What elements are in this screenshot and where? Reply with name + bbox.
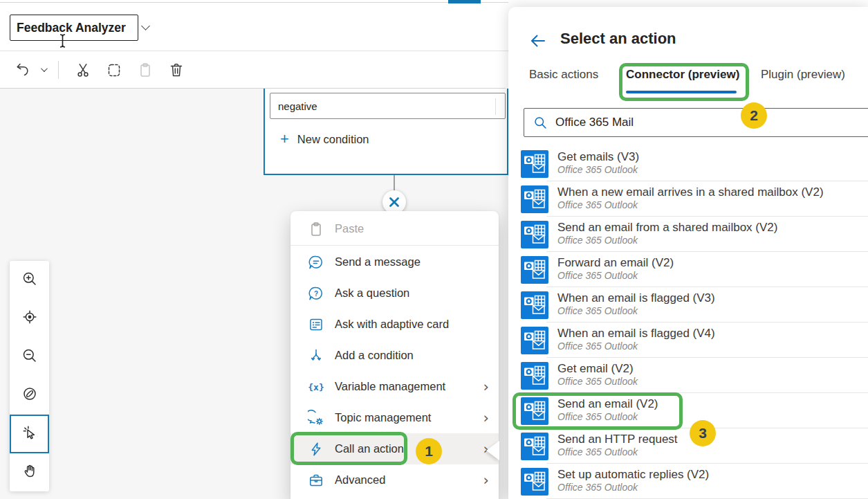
paste-button[interactable] — [133, 58, 157, 82]
tab-basic-actions[interactable]: Basic actions — [529, 68, 598, 93]
chevron-right-icon: › — [483, 379, 489, 395]
chat-message-icon — [308, 254, 324, 271]
menu-item-paste[interactable]: Paste — [290, 213, 499, 244]
delete-button[interactable] — [165, 58, 188, 82]
action-row-send-an-email-from-a-shared-mailbox-v2-[interactable]: Send an email from a shared mailbox (V2)… — [508, 217, 868, 252]
adaptive-card-icon — [308, 316, 324, 333]
chevron-down-icon[interactable] — [141, 21, 150, 30]
action-subtitle: Office 365 Outlook — [557, 235, 777, 247]
menu-item-ask-a-question[interactable]: ?Ask a question — [290, 278, 499, 309]
zoom-in-icon — [21, 271, 38, 290]
action-row-when-a-new-email-arrives-in-a-shared-mailbox-v2-[interactable]: When a new email arrives in a shared mai… — [508, 181, 868, 217]
action-row-forward-an-email-v2-[interactable]: Forward an email (V2)Office 365 Outlook — [508, 252, 868, 287]
menu-item-call-an-action[interactable]: Call an action› — [290, 433, 499, 464]
chat-question-icon: ? — [308, 285, 324, 302]
clipboard-icon — [308, 221, 324, 237]
plus-icon: + — [280, 131, 289, 147]
action-row-set-up-automatic-replies-v2-[interactable]: Set up automatic replies (V2)Office 365 … — [508, 464, 868, 499]
menu-item-variable-management[interactable]: {x}Variable management› — [290, 371, 499, 402]
condition-node[interactable]: is equal to negative + New condition — [264, 89, 508, 175]
pan-hand-icon — [21, 462, 38, 482]
action-title: Set up automatic replies (V2) — [557, 467, 709, 482]
action-title: When an email is flagged (V3) — [557, 291, 715, 305]
remove-node-button[interactable] — [382, 190, 406, 214]
select-action-panel: Select an action Basic actions Connector… — [508, 7, 868, 499]
new-condition-button[interactable]: + New condition — [280, 126, 369, 152]
outlook-connector-icon — [521, 362, 548, 390]
active-tab-underline — [626, 91, 737, 93]
action-title: Send an email from a shared mailbox (V2) — [557, 220, 777, 235]
tool-locate-button[interactable] — [10, 300, 49, 338]
action-subtitle: Office 365 Outlook — [557, 341, 715, 353]
menu-item-label: Ask with adaptive card — [335, 318, 449, 331]
condition-value-input[interactable]: negative — [270, 93, 506, 119]
edit-toolbar — [0, 51, 506, 89]
search-icon — [533, 116, 548, 130]
menu-item-label: Add a condition — [335, 349, 414, 362]
braces-icon: {x} — [308, 379, 324, 395]
menu-item-ask-with-adaptive-card[interactable]: Ask with adaptive card — [290, 309, 499, 340]
tab-plugin-preview[interactable]: Plugin (preview) — [761, 68, 845, 93]
close-icon — [388, 196, 400, 208]
menu-item-label: Topic management — [335, 411, 431, 424]
tool-pan-hand-button[interactable] — [10, 453, 49, 492]
menu-item-send-a-message[interactable]: Send a message — [290, 246, 499, 278]
action-subtitle: Office 365 Outlook — [557, 376, 638, 388]
action-row-when-an-email-is-flagged-v3-[interactable]: When an email is flagged (V3)Office 365 … — [508, 287, 868, 323]
tool-compass-button[interactable] — [10, 376, 49, 415]
back-button[interactable] — [529, 32, 547, 50]
undo-button[interactable] — [11, 58, 35, 82]
cut-button[interactable] — [71, 58, 95, 82]
copilot-studio-canvas-page: Feedback Analyzer is equal to — [0, 0, 868, 499]
tab-label: Plugin (preview) — [761, 68, 845, 82]
bot-name-text: Feedback Analyzer — [17, 21, 126, 35]
menu-item-topic-management[interactable]: Topic management› — [290, 402, 499, 433]
action-subtitle: Office 365 Outlook — [557, 164, 639, 176]
step-badge-1: 1 — [416, 438, 442, 464]
action-title: Send an HTTP request — [557, 432, 678, 446]
chat-gear-icon — [308, 410, 324, 426]
outlook-connector-icon — [521, 185, 548, 213]
menu-item-label: Variable management — [335, 380, 445, 393]
locate-icon — [21, 309, 38, 328]
action-row-get-email-v2-[interactable]: Get email (V2)Office 365 Outlook — [508, 358, 868, 393]
tool-zoom-in-button[interactable] — [10, 261, 49, 300]
outlook-connector-icon — [521, 150, 548, 178]
back-arrow-icon — [529, 32, 547, 50]
step-badge-2: 2 — [741, 102, 767, 129]
tool-select-cursor-button[interactable] — [10, 415, 49, 453]
action-subtitle: Office 365 Outlook — [557, 482, 709, 494]
action-title: When an email is flagged (V4) — [557, 326, 715, 341]
copy-button[interactable] — [102, 58, 126, 82]
action-row-send-an-http-request[interactable]: Send an HTTP requestOffice 365 Outlook — [508, 428, 868, 464]
chevron-right-icon: › — [483, 410, 489, 426]
tab-label: Basic actions — [529, 68, 598, 82]
outlook-connector-icon — [521, 433, 548, 460]
menu-item-advanced[interactable]: Advanced› — [290, 464, 499, 496]
action-row-when-an-email-is-flagged-v4-[interactable]: When an email is flagged (V4)Office 365 … — [508, 323, 868, 358]
undo-menu-button[interactable] — [35, 58, 51, 82]
node-connector-line — [394, 175, 395, 192]
action-list: Get emails (V3)Office 365 OutlookWhen a … — [508, 146, 868, 499]
action-row-get-emails-v3-[interactable]: Get emails (V3)Office 365 Outlook — [508, 146, 868, 181]
action-title: Forward an email (V2) — [557, 255, 674, 270]
search-value: Office 365 Mail — [555, 116, 634, 129]
condition-value-text: negative — [278, 100, 317, 112]
outlook-connector-icon — [521, 327, 548, 354]
action-title: Get email (V2) — [557, 361, 638, 376]
action-subtitle: Office 365 Outlook — [557, 199, 824, 212]
action-subtitle: Office 365 Outlook — [557, 270, 674, 282]
outlook-connector-icon — [521, 256, 548, 284]
menu-item-add-a-condition[interactable]: Add a condition — [290, 340, 499, 371]
top-border — [0, 2, 508, 3]
toolbar-divider — [58, 61, 59, 79]
menu-item-label: Paste — [335, 222, 364, 235]
bot-name-input[interactable]: Feedback Analyzer — [10, 15, 138, 41]
outlook-connector-icon — [521, 468, 548, 496]
panel-title: Select an action — [560, 30, 676, 48]
action-search-input[interactable]: Office 365 Mail — [524, 108, 868, 137]
action-row-send-an-email-v2-[interactable]: Send an email (V2)Office 365 Outlook — [508, 393, 868, 428]
tool-zoom-out-button[interactable] — [10, 338, 49, 376]
compass-icon — [21, 385, 38, 405]
tab-connector-preview[interactable]: Connector (preview) — [626, 68, 739, 93]
